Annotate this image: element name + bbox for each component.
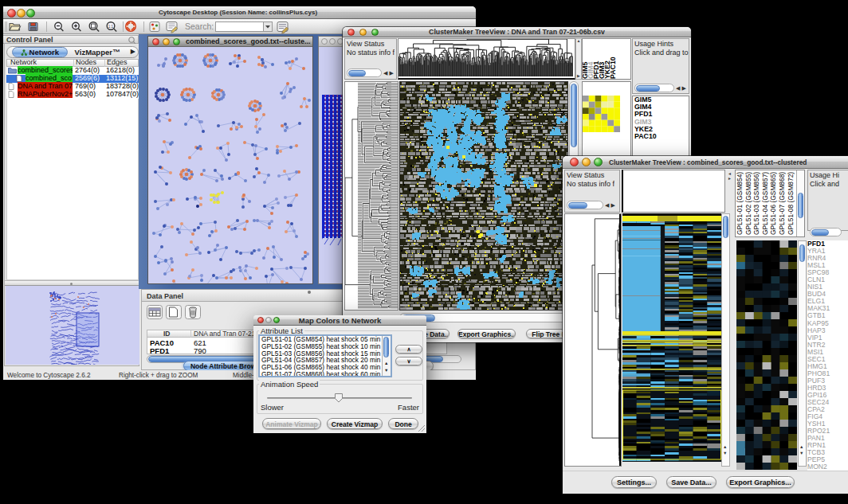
svg-text:GPL51-04 (GSM857): GPL51-04 (GSM857) xyxy=(761,172,769,235)
svg-text:1:1: 1:1 xyxy=(108,25,114,29)
svg-text:GPL51-07 (GSM868): GPL51-07 (GSM868) xyxy=(778,172,786,235)
svg-text:Search:: Search: xyxy=(185,21,214,31)
svg-text:PAC10: PAC10 xyxy=(609,57,617,79)
svg-text:GPL51-08 (GSM872): GPL51-08 (GSM872) xyxy=(787,172,795,235)
svg-text:GPL51-01 (GSM854): GPL51-01 (GSM854) xyxy=(736,172,744,235)
svg-text:GPL51-02 (GSM855): GPL51-02 (GSM855) xyxy=(744,172,752,235)
svg-text:GPL51-06 (GSM865): GPL51-06 (GSM865) xyxy=(769,172,777,235)
svg-text:GPL51-03 (GSM856): GPL51-03 (GSM856) xyxy=(752,172,760,235)
